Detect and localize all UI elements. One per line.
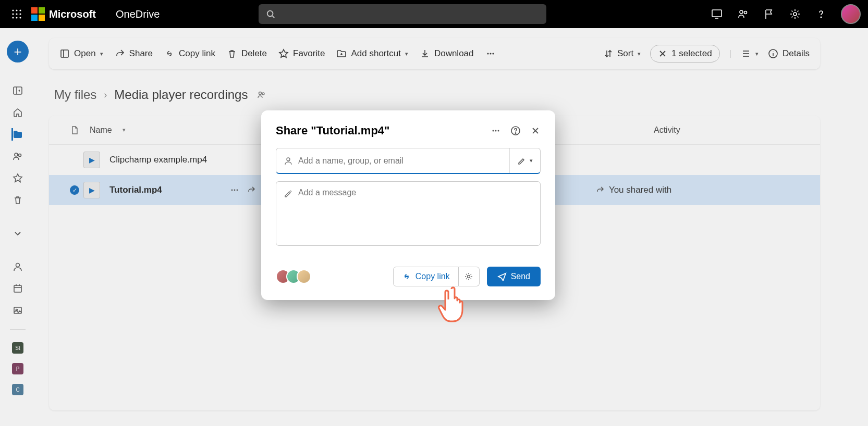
photos-icon[interactable] — [11, 304, 24, 317]
view-button[interactable]: ▾ — [741, 48, 759, 59]
dialog-more-icon[interactable] — [491, 126, 501, 136]
breadcrumb: My files › Media player recordings — [54, 87, 266, 102]
svg-point-51 — [515, 133, 516, 133]
message-input[interactable] — [276, 181, 541, 246]
video-icon: ▶ — [83, 182, 100, 198]
chevron-right-icon: › — [104, 90, 107, 101]
svg-point-19 — [15, 153, 18, 156]
calendar-icon[interactable] — [11, 282, 24, 295]
svg-point-6 — [12, 17, 14, 18]
svg-line-10 — [273, 16, 275, 18]
svg-point-42 — [231, 190, 233, 191]
svg-rect-28 — [61, 50, 68, 57]
svg-point-8 — [19, 17, 21, 18]
shared-badge-icon — [257, 90, 266, 99]
flag-icon[interactable] — [763, 8, 775, 20]
svg-point-3 — [12, 13, 14, 15]
file-name: Clipchamp example.mp4 — [109, 155, 207, 165]
search-input[interactable] — [259, 4, 546, 24]
svg-point-53 — [468, 275, 470, 278]
shared-with-avatars[interactable] — [276, 269, 311, 284]
new-button[interactable]: + — [7, 41, 29, 62]
svg-point-16 — [821, 17, 822, 18]
send-button[interactable]: Send — [487, 267, 541, 286]
selection-pill[interactable]: 1 selected — [650, 45, 720, 62]
favorite-button[interactable]: Favorite — [278, 48, 325, 59]
shared-icon[interactable] — [11, 150, 24, 162]
rail-app-st[interactable]: St — [12, 342, 23, 354]
copy-link-button[interactable]: Copy link — [164, 48, 215, 59]
add-shortcut-button[interactable]: Add shortcut▾ — [336, 48, 408, 59]
col-activity[interactable]: Activity — [654, 126, 680, 134]
svg-point-52 — [287, 158, 290, 161]
selected-count-label: 1 selected — [671, 48, 712, 59]
rail-app-p[interactable]: P — [12, 363, 23, 374]
copy-link-button[interactable]: Copy link — [393, 267, 459, 286]
svg-rect-22 — [14, 285, 21, 292]
svg-point-47 — [493, 130, 494, 132]
svg-rect-11 — [712, 10, 722, 17]
svg-point-0 — [12, 9, 14, 11]
permission-dropdown[interactable]: ▾ — [509, 148, 533, 173]
delete-button[interactable]: Delete — [227, 48, 267, 59]
rail-app-c[interactable]: C — [12, 384, 23, 395]
home-icon[interactable] — [11, 106, 24, 119]
panel-icon[interactable] — [11, 84, 24, 97]
share-row-icon[interactable] — [247, 185, 256, 195]
svg-point-7 — [16, 17, 17, 18]
file-type-icon — [70, 126, 79, 135]
svg-point-39 — [262, 93, 264, 95]
svg-rect-17 — [14, 87, 22, 94]
help-icon[interactable] — [815, 8, 827, 20]
settings-icon[interactable] — [789, 8, 801, 20]
share-dialog: Share "Tutorial.mp4" ▾ Copy link — [261, 110, 555, 300]
desktop-icon[interactable] — [711, 8, 723, 20]
recipient-input[interactable]: ▾ — [276, 148, 541, 174]
share-button[interactable]: Share — [115, 48, 153, 59]
svg-point-1 — [16, 9, 17, 11]
svg-point-14 — [744, 11, 747, 14]
svg-point-49 — [498, 130, 499, 132]
recycle-icon[interactable] — [11, 194, 24, 206]
svg-point-31 — [492, 53, 494, 54]
svg-point-2 — [19, 9, 21, 11]
svg-point-29 — [487, 53, 488, 54]
chevron-down-icon[interactable] — [11, 227, 24, 240]
app-launcher-icon[interactable] — [7, 5, 26, 23]
svg-point-44 — [236, 190, 238, 191]
svg-point-5 — [19, 13, 21, 15]
svg-point-48 — [495, 130, 497, 132]
download-button[interactable]: Download — [420, 48, 474, 59]
favorites-icon[interactable] — [11, 172, 24, 184]
check-icon[interactable]: ✓ — [70, 185, 79, 195]
more-button[interactable] — [485, 48, 496, 59]
link-settings-button[interactable] — [459, 267, 480, 286]
more-icon[interactable] — [230, 185, 239, 195]
svg-point-9 — [267, 11, 273, 17]
sort-button[interactable]: Sort▾ — [604, 48, 641, 59]
svg-point-20 — [19, 154, 21, 157]
details-button[interactable]: Details — [768, 48, 810, 59]
open-button[interactable]: Open▾ — [59, 48, 103, 59]
teams-icon[interactable] — [737, 8, 749, 20]
col-name[interactable]: Name — [90, 126, 112, 135]
svg-point-38 — [259, 92, 262, 95]
app-title[interactable]: OneDrive — [116, 8, 160, 20]
dialog-help-icon[interactable] — [510, 126, 521, 136]
close-icon[interactable] — [530, 126, 541, 136]
user-avatar[interactable] — [841, 4, 861, 24]
file-name: Tutorial.mp4 — [109, 185, 162, 195]
svg-point-21 — [16, 264, 20, 267]
svg-point-30 — [490, 53, 491, 54]
activity-label: You shared with — [609, 185, 671, 195]
microsoft-logo: Microsoft — [31, 7, 96, 21]
video-icon: ▶ — [83, 152, 100, 168]
crumb-current: Media player recordings — [114, 87, 248, 102]
svg-point-15 — [793, 12, 797, 16]
crumb-root[interactable]: My files — [54, 87, 96, 102]
dialog-title: Share "Tutorial.mp4" — [276, 124, 390, 137]
svg-point-13 — [740, 10, 743, 14]
person-icon[interactable] — [11, 260, 24, 273]
files-icon[interactable] — [11, 128, 24, 141]
svg-point-43 — [234, 190, 235, 191]
